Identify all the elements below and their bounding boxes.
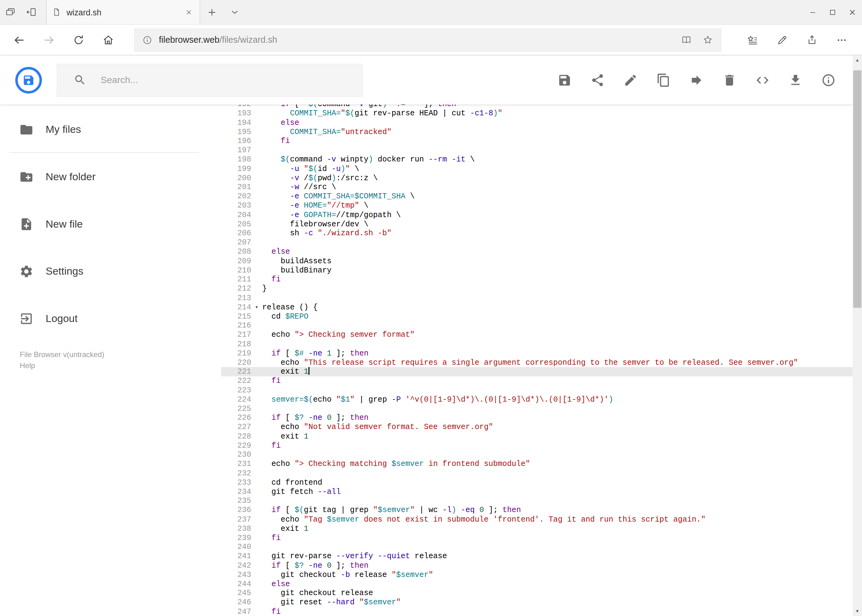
code-line-204[interactable]: 204 -e GOPATH=//tmp/gopath \ [221,211,853,220]
code-line-196[interactable]: 196 fi [221,137,853,146]
code-line-239[interactable]: 239 fi [221,533,853,542]
download-button[interactable] [786,71,805,90]
code-line-210[interactable]: 210 buildBinary [221,266,853,275]
code-line-246[interactable]: 246 git reset --hard "$semver" [221,598,853,607]
raw-code-button[interactable] [753,71,772,90]
code-line-198[interactable]: 198 $(command -v winpty) docker run --rm… [221,155,853,164]
address-bar[interactable]: filebrowser.web/files/wizard.sh [134,28,721,51]
maximize-button[interactable] [822,0,842,24]
code-line-199[interactable]: 199 -u "$(id -u)" \ [221,164,853,173]
code-line-209[interactable]: 209 buildAssets [221,256,853,266]
home-button[interactable] [93,27,123,52]
favorite-star-icon[interactable] [703,35,713,45]
code-editor[interactable]: 192 if [ "$(command -v git)" != "" ]; th… [221,104,853,616]
set-tabs-aside-icon[interactable] [21,0,42,24]
filebrowser-logo[interactable] [15,66,42,93]
code-line-207[interactable]: 207 [221,238,853,247]
reading-view-icon[interactable] [681,35,692,45]
code-line-214[interactable]: 214▾release () { [221,303,853,312]
code-line-208[interactable]: 208 else [221,247,853,256]
move-button[interactable] [687,71,706,90]
code-line-194[interactable]: 194 else [221,118,853,127]
site-info-icon[interactable] [142,35,152,45]
edit-button[interactable] [621,71,640,90]
code-line-245[interactable]: 245 git checkout release [221,589,853,598]
fold-arrow-icon[interactable]: ▾ [251,303,262,312]
code-line-202[interactable]: 202 -e COMMIT_SHA=$COMMIT_SHA \ [221,192,853,201]
sidebar-item-new-file[interactable]: New file [0,207,221,240]
tabs-preview-icon[interactable] [0,0,21,24]
code-line-227[interactable]: 227 echo "Not valid semver format. See s… [221,423,853,432]
code-line-203[interactable]: 203 -e HOME="//tmp" \ [221,201,853,211]
scroll-down-arrow-icon[interactable]: ▼ [853,607,862,616]
code-line-237[interactable]: 237 echo "Tag $semver does not exist in … [221,515,853,524]
code-line-224[interactable]: 224 semver=$(echo "$1" | grep -P '^v(0|[… [221,395,853,404]
code-line-192[interactable]: 192 if [ "$(command -v git)" != "" ]; th… [221,104,853,108]
code-line-234[interactable]: 234 git fetch --all [221,487,853,497]
refresh-button[interactable] [64,27,93,52]
code-line-238[interactable]: 238 exit 1 [221,524,853,533]
code-line-225[interactable]: 225 [221,404,853,413]
favorites-hub-icon[interactable] [738,27,767,52]
copy-button[interactable] [654,71,673,90]
code-line-206[interactable]: 206 sh -c "./wizard.sh -b" [221,229,853,238]
code-line-220[interactable]: 220 echo "This release script requires a… [221,358,853,367]
save-button[interactable] [555,71,574,90]
share-button[interactable] [588,71,607,90]
code-line-211[interactable]: 211 fi [221,275,853,284]
code-line-213[interactable]: 213 [221,293,853,303]
code-line-243[interactable]: 243 git checkout -b release "$semver" [221,570,853,580]
code-line-218[interactable]: 218 [221,339,853,349]
code-line-229[interactable]: 229 fi [221,441,853,450]
sidebar-item-settings[interactable]: Settings [0,255,221,288]
tab-preview-chevron-icon[interactable] [223,0,246,24]
code-line-221[interactable]: 221 exit 1 [221,367,853,376]
code-line-195[interactable]: 195 COMMIT_SHA="untracked" [221,127,853,137]
close-button[interactable] [842,0,862,24]
sidebar-item-new-folder[interactable]: New folder [0,160,221,193]
code-line-232[interactable]: 232 [221,469,853,478]
code-line-223[interactable]: 223 [221,386,853,395]
forward-button[interactable] [34,27,64,52]
code-line-247[interactable]: 247 fi [221,607,853,616]
code-line-201[interactable]: 201 -w //src \ [221,183,853,192]
code-line-228[interactable]: 228 exit 1 [221,432,853,441]
tab-close-icon[interactable] [184,7,194,17]
code-line-200[interactable]: 200 -v /$(pwd):/src:z \ [221,173,853,183]
code-line-216[interactable]: 216 [221,321,853,330]
code-line-242[interactable]: 242 if [ $? -ne 0 ]; then [221,561,853,570]
sidebar-item-logout[interactable]: Logout [0,302,221,335]
code-line-215[interactable]: 215 cd $REPO [221,312,853,321]
code-line-226[interactable]: 226 if [ $? -ne 0 ]; then [221,413,853,423]
code-line-205[interactable]: 205 filebrowser/dev \ [221,220,853,229]
code-line-212[interactable]: 212} [221,284,853,293]
scrollbar-thumb[interactable] [853,71,861,308]
browser-tab[interactable]: wizard.sh [46,0,200,24]
page-scrollbar[interactable]: ▲ ▼ [853,55,862,616]
code-line-217[interactable]: 217 echo "> Checking semver format" [221,330,853,339]
sidebar-item-my-files[interactable]: My files [0,113,221,146]
code-line-193[interactable]: 193 COMMIT_SHA="$(git rev-parse HEAD | c… [221,109,853,118]
back-button[interactable] [4,27,34,52]
code-line-219[interactable]: 219 if [ $# -ne 1 ]; then [221,349,853,358]
share-page-icon[interactable] [797,27,827,52]
code-line-222[interactable]: 222 fi [221,376,853,386]
code-line-235[interactable]: 235 [221,497,853,506]
more-options-icon[interactable] [827,27,856,52]
code-line-231[interactable]: 231 echo "> Checking matching $semver in… [221,459,853,469]
info-button[interactable] [819,71,838,90]
web-note-icon[interactable] [767,27,797,52]
code-line-244[interactable]: 244 else [221,580,853,589]
code-line-233[interactable]: 233 cd frontend [221,478,853,487]
delete-button[interactable] [720,71,739,90]
minimize-button[interactable] [803,0,822,24]
code-line-230[interactable]: 230 [221,450,853,459]
help-link[interactable]: Help [20,360,221,371]
code-line-240[interactable]: 240 [221,542,853,552]
search-bar[interactable] [57,63,363,96]
code-line-197[interactable]: 197 [221,146,853,155]
scroll-up-arrow-icon[interactable]: ▲ [853,55,862,64]
new-tab-button[interactable] [200,0,223,24]
code-line-236[interactable]: 236 if [ $(git tag | grep "$semver" | wc… [221,506,853,515]
code-line-241[interactable]: 241 git rev-parse --verify --quiet relea… [221,552,853,561]
